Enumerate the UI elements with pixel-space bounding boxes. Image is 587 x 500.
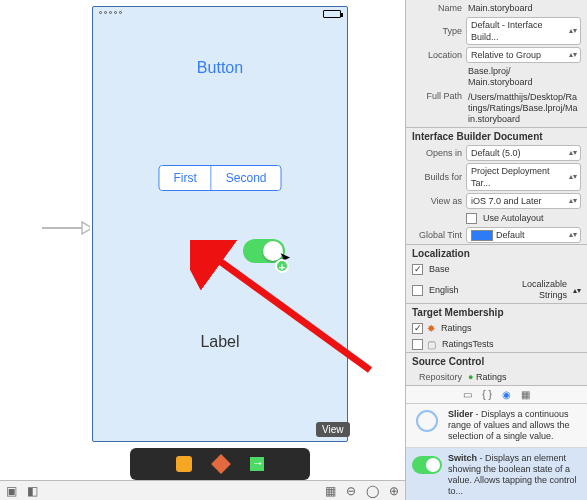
ibdoc-section-title: Interface Builder Document: [406, 127, 587, 144]
zoom-in-icon[interactable]: ⊕: [389, 484, 399, 498]
localization-section-title: Localization: [406, 244, 587, 261]
bundle-icon: ▢: [427, 339, 436, 350]
source-control-section-title: Source Control: [406, 352, 587, 369]
segmented-control[interactable]: First Second: [158, 165, 281, 191]
dock-vc-icon[interactable]: [176, 456, 192, 472]
assistant-toggle-icon[interactable]: ◧: [27, 484, 38, 498]
entry-point-arrow: [40, 218, 90, 238]
location-path: Base.lproj/ Main.storyboard: [466, 65, 581, 89]
switch-icon: [412, 456, 442, 474]
ui-label[interactable]: Label: [93, 333, 347, 351]
library-item-slider[interactable]: Slider - Displays a continuous range of …: [406, 404, 587, 448]
lib-tab-code-icon[interactable]: { }: [482, 389, 491, 400]
storyboard-canvas[interactable]: Button First Second ➤ + Label View: [0, 0, 405, 500]
builds-for-popup[interactable]: Project Deployment Tar...▴▾: [466, 163, 581, 191]
location-popup[interactable]: Relative to Group▴▾: [466, 47, 581, 63]
autolayout-checkbox[interactable]: [466, 213, 477, 224]
library-tabs[interactable]: ▭ { } ◉ ▦: [406, 386, 587, 404]
membership-section-title: Target Membership: [406, 303, 587, 320]
slider-icon: [416, 410, 438, 432]
target-tests-checkbox[interactable]: [412, 339, 423, 350]
name-label: Name: [412, 3, 462, 13]
loc-base-checkbox[interactable]: ✓: [412, 264, 423, 275]
dock-exit-icon[interactable]: [250, 457, 264, 471]
ui-switch-being-dropped[interactable]: ➤ +: [243, 239, 285, 263]
outline-toggle-icon[interactable]: ▣: [6, 484, 17, 498]
fullpath-label: Full Path: [412, 91, 462, 101]
type-label: Type: [412, 26, 462, 36]
loc-english-format[interactable]: Localizable Strings: [500, 278, 569, 302]
type-popup[interactable]: Default - Interface Build...▴▾: [466, 17, 581, 45]
zoom-out-icon[interactable]: ⊖: [346, 484, 356, 498]
add-badge-icon: +: [275, 259, 289, 273]
dock-first-responder-icon[interactable]: [211, 454, 231, 474]
canvas-bottom-toolbar: ▣ ◧ ▦ ⊖ ◯ ⊕: [0, 480, 405, 500]
location-label: Location: [412, 50, 462, 60]
library-item-switch[interactable]: Switch - Displays an element showing the…: [406, 448, 587, 500]
view-controller-scene[interactable]: Button First Second ➤ + Label: [92, 6, 348, 442]
global-tint-popup[interactable]: Default ▴▾: [466, 227, 581, 243]
scene-dock: [130, 448, 310, 480]
opens-in-popup[interactable]: Default (5.0)▴▾: [466, 145, 581, 161]
ui-button[interactable]: Button: [93, 59, 347, 77]
name-value[interactable]: Main.storyboard: [466, 2, 581, 15]
file-inspector: Name Main.storyboard Type Default - Inte…: [405, 0, 587, 500]
tint-swatch-icon: [471, 230, 493, 241]
fullpath-value: /Users/matthijs/Desktop/Ratings/Ratings/…: [466, 91, 581, 126]
view-tooltip: View: [316, 422, 350, 437]
status-bar: [93, 7, 347, 23]
lib-tab-media-icon[interactable]: ▦: [521, 389, 530, 400]
lib-tab-file-icon[interactable]: ▭: [463, 389, 472, 400]
any-any-icon[interactable]: ▦: [325, 484, 336, 498]
app-icon: ✸: [427, 323, 435, 334]
lib-tab-object-icon[interactable]: ◉: [502, 389, 511, 400]
zoom-actual-icon[interactable]: ◯: [366, 484, 379, 498]
segment-second[interactable]: Second: [212, 166, 281, 190]
target-ratings-checkbox[interactable]: ✓: [412, 323, 423, 334]
view-as-popup[interactable]: iOS 7.0 and Later▴▾: [466, 193, 581, 209]
svg-marker-1: [82, 222, 90, 234]
segment-first[interactable]: First: [159, 166, 211, 190]
object-library: ▭ { } ◉ ▦ Slider - Displays a continuous…: [406, 385, 587, 500]
loc-english-checkbox[interactable]: [412, 285, 423, 296]
